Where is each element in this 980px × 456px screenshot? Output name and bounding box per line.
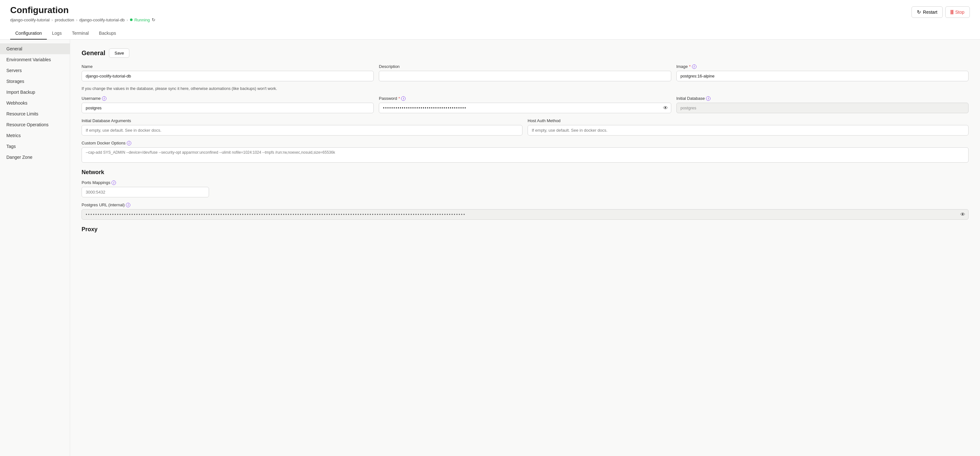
username-label: Username i (81, 96, 374, 101)
stop-label: Stop (955, 10, 964, 15)
postgres-url-wrapper: 👁 (81, 209, 969, 220)
host-auth-method-group: Host Auth Method (528, 118, 969, 136)
postgres-url-info-icon[interactable]: i (126, 203, 130, 207)
custom-docker-options-group: Custom Docker Options i (81, 140, 969, 163)
host-auth-method-label: Host Auth Method (528, 118, 969, 123)
password-label: Password * i (379, 96, 671, 101)
sidebar-item-webhooks[interactable]: Webhooks (0, 97, 70, 108)
breadcrumb-part-2[interactable]: production (55, 18, 74, 22)
description-label: Description (379, 64, 671, 69)
username-group: Username i (81, 96, 374, 113)
sidebar-item-metrics[interactable]: Metrics (0, 130, 70, 141)
breadcrumb-sep-3: › (126, 18, 128, 22)
network-section-title: Network (81, 169, 969, 176)
name-label: Name (81, 64, 374, 69)
general-section-title: General (81, 49, 105, 57)
initial-database-input (676, 103, 969, 113)
postgres-url-eye-icon[interactable]: 👁 (960, 212, 965, 217)
password-input[interactable] (379, 103, 671, 113)
image-label: Image * i (676, 64, 969, 69)
ports-mappings-label: Ports Mappings i (81, 180, 209, 185)
sidebar-item-general[interactable]: General (0, 43, 70, 54)
name-input[interactable] (81, 71, 374, 81)
password-group: Password * i 👁 (379, 96, 671, 113)
proxy-section-title: Proxy (81, 226, 969, 233)
sidebar-item-servers[interactable]: Servers (0, 65, 70, 76)
initial-database-info-icon[interactable]: i (706, 96, 711, 101)
sidebar-item-tags[interactable]: Tags (0, 141, 70, 152)
sidebar-item-environment-variables[interactable]: Environment Variables (0, 54, 70, 65)
ports-mappings-group: Ports Mappings i (81, 180, 209, 198)
top-actions: ↻ Restart Stop (912, 6, 970, 18)
custom-docker-options-label: Custom Docker Options i (81, 140, 969, 145)
stop-button[interactable]: Stop (945, 6, 970, 18)
initial-db-args-input[interactable] (81, 125, 522, 136)
ports-mappings-info-icon[interactable]: i (111, 180, 116, 185)
restart-icon: ↻ (917, 9, 921, 15)
initial-db-args-label: Initial Database Arguments (81, 118, 522, 123)
username-info-icon[interactable]: i (102, 96, 107, 101)
status-running: Running (134, 18, 150, 22)
image-input[interactable] (676, 71, 969, 81)
page-title: Configuration (10, 5, 970, 15)
status-dot (130, 19, 132, 21)
form-row-1: Name Description Image * i (81, 64, 969, 81)
tab-configuration[interactable]: Configuration (10, 27, 47, 40)
initial-database-label: Initial Database i (676, 96, 969, 101)
breadcrumb-part-1[interactable]: django-coolify-tutorial (10, 18, 50, 22)
sidebar-item-danger-zone[interactable]: Danger Zone (0, 152, 70, 163)
password-required: * (398, 96, 400, 101)
host-auth-method-input[interactable] (528, 125, 969, 136)
tab-backups[interactable]: Backups (94, 27, 121, 40)
tab-terminal[interactable]: Terminal (67, 27, 94, 40)
form-row-3: Initial Database Arguments Host Auth Met… (81, 118, 969, 136)
sidebar-item-resource-limits[interactable]: Resource Limits (0, 108, 70, 119)
image-group: Image * i (676, 64, 969, 81)
save-button[interactable]: Save (109, 48, 129, 58)
breadcrumb-part-3[interactable]: django-coolify-tutorial-db (80, 18, 124, 22)
sidebar-item-storages[interactable]: Storages (0, 76, 70, 87)
initial-database-group: Initial Database i (676, 96, 969, 113)
postgres-url-group: Postgres URL (internal) i 👁 (81, 202, 969, 220)
sidebar: General Environment Variables Servers St… (0, 40, 70, 456)
sidebar-item-resource-operations[interactable]: Resource Operations (0, 119, 70, 130)
name-group: Name (81, 64, 374, 81)
image-required: * (689, 64, 691, 69)
tabs-nav: Configuration Logs Terminal Backups (10, 27, 970, 39)
main-content: General Save Name Description Image * (70, 40, 980, 456)
breadcrumb: django-coolify-tutorial › production › d… (10, 17, 970, 22)
restart-label: Restart (923, 10, 937, 15)
form-row-2: Username i Password * i 👁 (81, 96, 969, 113)
postgres-url-input (81, 209, 969, 220)
refresh-icon[interactable]: ↻ (152, 17, 156, 22)
image-info-icon[interactable]: i (692, 64, 697, 69)
description-group: Description (379, 64, 671, 81)
password-wrapper: 👁 (379, 103, 671, 113)
sidebar-item-import-backup[interactable]: Import Backup (0, 87, 70, 97)
custom-docker-info-icon[interactable]: i (127, 141, 131, 145)
section-header: General Save (81, 48, 969, 58)
ports-mappings-input[interactable] (81, 187, 209, 198)
password-eye-icon[interactable]: 👁 (663, 105, 668, 111)
description-input[interactable] (379, 71, 671, 81)
stop-icon (951, 10, 953, 14)
restart-button[interactable]: ↻ Restart (912, 6, 943, 18)
custom-docker-options-input[interactable] (81, 147, 969, 163)
tab-logs[interactable]: Logs (47, 27, 67, 40)
breadcrumb-sep-1: › (52, 18, 53, 22)
username-input[interactable] (81, 103, 374, 113)
sync-notice: If you change the values in the database… (81, 86, 969, 91)
postgres-url-label: Postgres URL (internal) i (81, 202, 969, 207)
breadcrumb-sep-2: › (76, 18, 78, 22)
initial-db-args-group: Initial Database Arguments (81, 118, 522, 136)
password-info-icon[interactable]: i (401, 96, 406, 101)
